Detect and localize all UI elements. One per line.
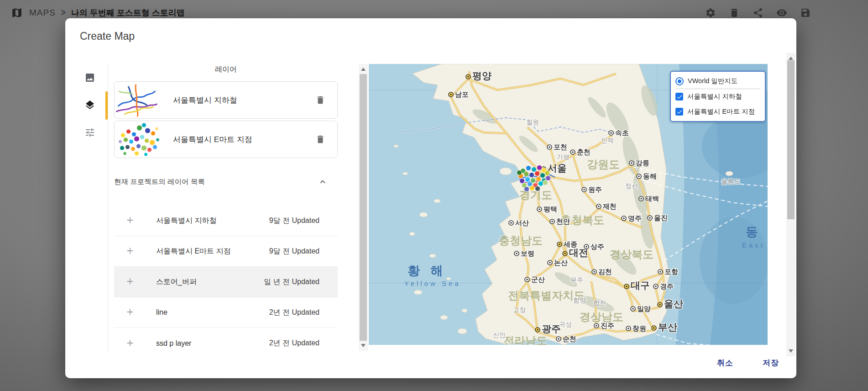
save-icon[interactable]: [800, 7, 811, 18]
map-layer-switcher: VWorld 일반지도서울특별시 지하철서울특별시 E마트 지점: [670, 71, 766, 122]
town-label: 신안: [493, 331, 506, 338]
scroll-up-arrow-icon[interactable]: [361, 68, 366, 71]
project-layers-header: 현재 프로젝트의 레이어 목록: [114, 173, 338, 191]
major-label: 서울: [548, 163, 567, 173]
town-label: 가평: [557, 153, 570, 160]
project-layer-updated: 9달 전 Updated: [269, 216, 319, 226]
project-layer-row[interactable]: ssd p layer 2년 전 Updated: [114, 328, 338, 359]
scroll-up-arrow-icon[interactable]: [789, 57, 793, 60]
layer-name: 서울특별시 지하철: [173, 95, 315, 106]
add-layer-plus-icon[interactable]: [125, 338, 136, 349]
city-label: 울진: [654, 214, 668, 222]
project-layer-row[interactable]: line 2년 전 Updated: [114, 297, 338, 328]
delete-layer-trash-icon[interactable]: [315, 134, 325, 145]
major-label: 울산: [664, 298, 683, 309]
project-layer-name: line: [156, 308, 167, 317]
project-layer-row[interactable]: 서울특별시 지하철 9달 전 Updated: [114, 206, 338, 236]
town-label: 인제: [601, 137, 614, 144]
delete-layer-trash-icon[interactable]: [315, 95, 325, 106]
layer-thumbnail: [115, 82, 162, 118]
town-label: 곡성: [559, 321, 572, 328]
city-label: 강릉: [636, 159, 649, 167]
overlay-checkbox-row[interactable]: 서울특별시 E마트 지점: [675, 104, 760, 119]
city-label: 논산: [554, 259, 568, 266]
settings-tab-tune-icon[interactable]: [84, 127, 95, 138]
layer-toggle-label: 서울특별시 E마트 지점: [687, 107, 755, 116]
city-label: 평택: [544, 205, 557, 213]
add-layer-plus-icon[interactable]: [125, 215, 136, 226]
delete-icon[interactable]: [729, 7, 740, 18]
dialog-scrollbar-thumb[interactable]: [787, 60, 795, 219]
layers-tab-icon[interactable]: [84, 100, 95, 111]
rail-divider: [108, 64, 108, 351]
create-map-dialog: Create Map 레이어 서울특별시: [65, 18, 796, 378]
preview-icon[interactable]: [776, 7, 787, 18]
city-label: 군산: [531, 275, 545, 283]
basemap-radio-row[interactable]: VWorld 일반지도: [675, 74, 760, 89]
selected-layer-card[interactable]: 서울특별시 E마트 지점: [114, 121, 338, 158]
major-label: 대구: [631, 280, 650, 291]
add-layer-plus-icon[interactable]: [125, 307, 136, 318]
city-label: 상주: [591, 243, 604, 250]
province-label: 강원도: [587, 158, 620, 170]
city-label: 진주: [601, 322, 614, 329]
city-label: 동해: [643, 172, 657, 180]
town-label: 고창: [513, 306, 526, 313]
scroll-down-arrow-icon[interactable]: [789, 349, 793, 353]
project-layer-row[interactable]: 스토어_버퍼 일 년 전 Updated: [114, 267, 338, 297]
province-label: 경상북도: [610, 248, 654, 260]
major-label: 남포: [455, 90, 469, 98]
town-label: 합천: [593, 299, 606, 306]
city-label: 밀양: [637, 305, 651, 312]
dialog-scrollbar[interactable]: [786, 53, 795, 356]
city-label: 창원: [633, 324, 646, 332]
checkbox-checked-icon[interactable]: [675, 108, 683, 116]
breadcrumb-app[interactable]: MAPS: [29, 8, 56, 18]
town-label: 함양: [573, 296, 586, 304]
project-layers-title: 현재 프로젝트의 레이어 목록: [114, 177, 205, 187]
list-scrollbar[interactable]: [359, 64, 368, 351]
city-label: 춘천: [577, 148, 591, 156]
dialog-footer: 취소 저장: [712, 354, 784, 372]
layer-toggle-label: VWorld 일반지도: [688, 77, 737, 85]
share-icon[interactable]: [753, 7, 763, 18]
project-layers-list: 서울특별시 지하철 9달 전 Updated 서울특별시 E마트 지점 9달 전…: [114, 206, 338, 359]
city-label: 경주: [660, 282, 674, 290]
basemap-tab-image-icon[interactable]: [84, 72, 95, 83]
checkbox-checked-icon[interactable]: [675, 93, 683, 100]
layer-toggle-label: 서울특별시 지하철: [687, 92, 742, 101]
project-layer-updated: 9달 전 Updated: [269, 247, 319, 256]
project-layer-row[interactable]: 서울특별시 E마트 지점 9달 전 Updated: [114, 236, 338, 267]
save-button[interactable]: 저장: [758, 354, 784, 372]
city-label: 김천: [598, 268, 612, 275]
city-label: 속초: [615, 129, 629, 137]
layer-thumbnail: [115, 122, 162, 157]
sea-label: 동 해: [746, 225, 768, 239]
sea-label: Yellow Sea: [404, 280, 461, 287]
add-layer-plus-icon[interactable]: [125, 276, 136, 287]
settings-icon[interactable]: [705, 7, 716, 18]
province-label: 경상남도: [580, 311, 623, 323]
city-label: 포항: [664, 268, 678, 275]
selected-layer-card[interactable]: 서울특별시 지하철: [114, 81, 338, 119]
add-layer-plus-icon[interactable]: [125, 246, 136, 257]
map-preview[interactable]: 강원도경기도충청북도충청남도경상북도전북특별자치도경상남도전라남도평양남포황주서…: [369, 64, 768, 345]
town-label: 울릉도: [721, 178, 740, 185]
major-label: 평양: [472, 70, 492, 81]
collapse-chevron-up-icon[interactable]: [318, 177, 338, 187]
app-root: { "topbar": { "app": "MAPS", "separator"…: [0, 0, 868, 391]
layers-panel-header: 레이어: [114, 65, 338, 74]
province-label: 충청남도: [499, 234, 543, 247]
town-label: 정선: [625, 182, 638, 190]
province-label: 전라남도: [503, 334, 547, 345]
layer-name: 서울특별시 E마트 지점: [173, 134, 315, 145]
radio-selected-icon[interactable]: [675, 77, 684, 85]
city-label: 천안: [556, 217, 570, 225]
city-label: 태백: [645, 195, 659, 202]
overlay-checkbox-row[interactable]: 서울특별시 지하철: [675, 89, 760, 104]
cancel-button[interactable]: 취소: [712, 354, 738, 372]
project-layer-name: ssd p layer: [156, 339, 191, 348]
scroll-down-arrow-icon[interactable]: [361, 344, 366, 347]
map-logo-icon: [11, 7, 23, 19]
list-scrollbar-thumb[interactable]: [360, 74, 367, 341]
